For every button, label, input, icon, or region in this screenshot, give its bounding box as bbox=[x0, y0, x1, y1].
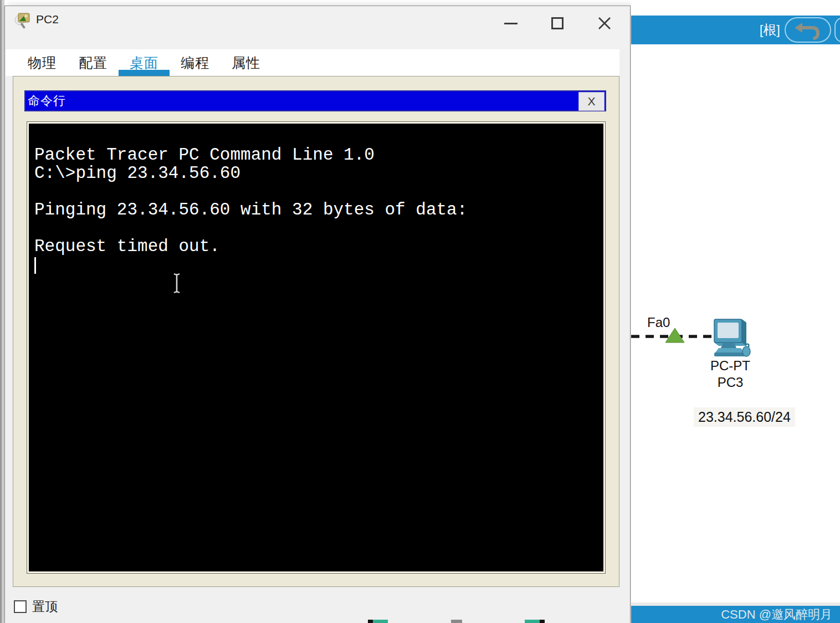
command-line-close-button[interactable]: X bbox=[578, 92, 605, 111]
terminal-line bbox=[34, 219, 603, 237]
root-cluster-label: [根] bbox=[760, 21, 780, 39]
taskbar-icon-sliver bbox=[451, 620, 462, 623]
tab-attributes[interactable]: 属性 bbox=[221, 49, 272, 76]
terminal-line bbox=[34, 182, 603, 201]
device-name-label: PC3 bbox=[687, 375, 774, 390]
close-button[interactable] bbox=[591, 11, 618, 36]
device-ip-label: 23.34.56.60/24 bbox=[694, 407, 795, 427]
terminal-prompt-line bbox=[34, 256, 603, 278]
tab-programming[interactable]: 编程 bbox=[170, 49, 221, 76]
terminal-line: Packet Tracer PC Command Line 1.0 bbox=[34, 146, 603, 164]
pc2-device-dialog: PC2 物理 配置 桌面 编程 属性 命令行 X Packet T bbox=[4, 6, 631, 623]
terminal-line: Request timed out. bbox=[34, 237, 603, 256]
tabbar: 物理 配置 桌面 编程 属性 bbox=[6, 49, 619, 76]
titlebar[interactable]: PC2 bbox=[5, 6, 630, 49]
window-title: PC2 bbox=[36, 13, 59, 26]
screen: PC2 物理 配置 桌面 编程 属性 命令行 X Packet T bbox=[0, 0, 840, 623]
tab-config[interactable]: 配置 bbox=[68, 49, 119, 76]
bottom-bar: CSDN @邀风醉明月 bbox=[631, 606, 840, 623]
partial-toolbar-button[interactable] bbox=[834, 17, 840, 43]
minimize-button[interactable] bbox=[498, 11, 524, 36]
link-status-up-arrow-icon bbox=[664, 327, 686, 346]
minimize-icon bbox=[504, 23, 518, 24]
maximize-icon bbox=[551, 17, 564, 29]
close-icon bbox=[597, 16, 612, 30]
mouse-ibeam-cursor bbox=[172, 272, 182, 299]
tab-physical[interactable]: 物理 bbox=[17, 49, 68, 76]
workspace: [根] bbox=[631, 0, 840, 623]
csdn-watermark: CSDN @邀风醉明月 bbox=[721, 606, 840, 623]
pc3-device-icon[interactable] bbox=[710, 317, 753, 361]
pin-row: 置顶 bbox=[14, 598, 58, 615]
terminal[interactable]: Packet Tracer PC Command Line 1.0 C:\>pi… bbox=[27, 122, 605, 573]
terminal-line: Pinging 23.34.56.60 with 32 bytes of dat… bbox=[34, 201, 603, 219]
desktop-tab-panel: 命令行 X Packet Tracer PC Command Line 1.0 … bbox=[13, 76, 619, 587]
command-line-title: 命令行 bbox=[25, 93, 66, 109]
maximize-button[interactable] bbox=[544, 11, 571, 36]
taskbar-icon-sliver bbox=[368, 620, 388, 623]
tab-desktop[interactable]: 桌面 bbox=[119, 49, 170, 76]
taskbar-icon-sliver bbox=[525, 620, 545, 623]
device-dialog-icon bbox=[13, 12, 32, 30]
workspace-toolbar: [根] bbox=[631, 16, 840, 44]
terminal-caret bbox=[34, 257, 36, 274]
keep-on-top-checkbox[interactable] bbox=[14, 600, 27, 613]
terminal-line: C:\>ping 23.34.56.60 bbox=[34, 164, 603, 182]
keep-on-top-label: 置顶 bbox=[32, 598, 58, 615]
command-line-header: 命令行 X bbox=[24, 90, 606, 111]
undo-arrow-icon bbox=[793, 20, 822, 40]
undo-button[interactable] bbox=[785, 17, 831, 43]
device-model-label: PC-PT bbox=[687, 358, 774, 374]
